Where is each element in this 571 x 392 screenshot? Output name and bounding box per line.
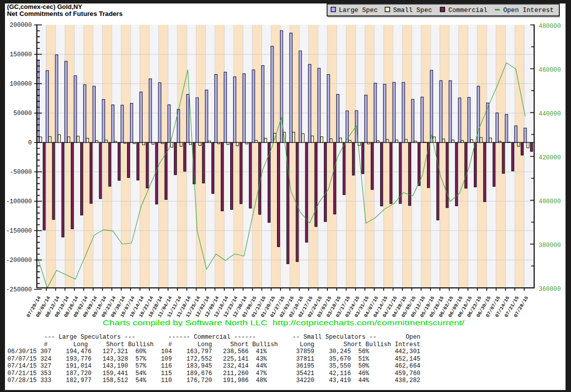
svg-text:360000: 360000 — [539, 286, 561, 293]
svg-text:400000: 400000 — [539, 198, 561, 205]
svg-text:-250000: -250000 — [6, 286, 32, 293]
svg-text:-50000: -50000 — [9, 169, 32, 176]
svg-text:150000: 150000 — [9, 51, 32, 58]
svg-text:07/21/15 353 187,720 159,: 07/21/15 353 187,720 159,441 54% 115 189… — [7, 370, 421, 377]
svg-text:Commercial: Commercial — [448, 6, 487, 14]
svg-text:06/30/15 307 194,476 127,: 06/30/15 307 194,476 127,321 60% 104 163… — [7, 348, 421, 355]
svg-text:-200000: -200000 — [6, 257, 32, 264]
svg-text:07/07/15 324 193,776 143,: 07/07/15 324 193,776 143,328 57% 109 172… — [7, 356, 421, 363]
svg-text:--- Large Speculators ---: --- Large Speculators --- ------ Commerc… — [7, 334, 421, 341]
svg-text:Large Spec: Large Spec — [339, 6, 378, 14]
svg-text:07/28/15 333 182,977 158,: 07/28/15 333 182,977 158,512 54% 110 176… — [7, 377, 421, 384]
svg-text:420000: 420000 — [539, 154, 561, 161]
svg-text:50000: 50000 — [13, 110, 32, 117]
svg-text:Charts compiled by Software No: Charts compiled by Software North LLC ht… — [103, 319, 464, 327]
svg-text:-100000: -100000 — [6, 198, 32, 205]
svg-text:460000: 460000 — [539, 67, 561, 74]
svg-text:480000: 480000 — [539, 23, 561, 30]
svg-text:380000: 380000 — [539, 242, 561, 249]
svg-text:Small Spec: Small Spec — [393, 6, 432, 14]
svg-text:(GC,comex-cec) Gold,NY: (GC,comex-cec) Gold,NY — [7, 3, 83, 10]
svg-text:100000: 100000 — [9, 81, 32, 88]
svg-text:07/14/15 327 191,014 143,: 07/14/15 327 191,014 143,190 57% 116 183… — [7, 363, 421, 370]
svg-text:440000: 440000 — [539, 111, 561, 118]
svg-text:0: 0 — [28, 139, 32, 146]
svg-text:Net Commitments of Futures Tra: Net Commitments of Futures Traders — [7, 10, 123, 17]
svg-text:-150000: -150000 — [6, 228, 32, 235]
svg-text:200000: 200000 — [9, 22, 32, 29]
svg-text:# Long Short Bullish: # Long Short Bullish # Long Short Bullis… — [7, 341, 421, 348]
svg-text:Open Interest: Open Interest — [503, 6, 554, 14]
